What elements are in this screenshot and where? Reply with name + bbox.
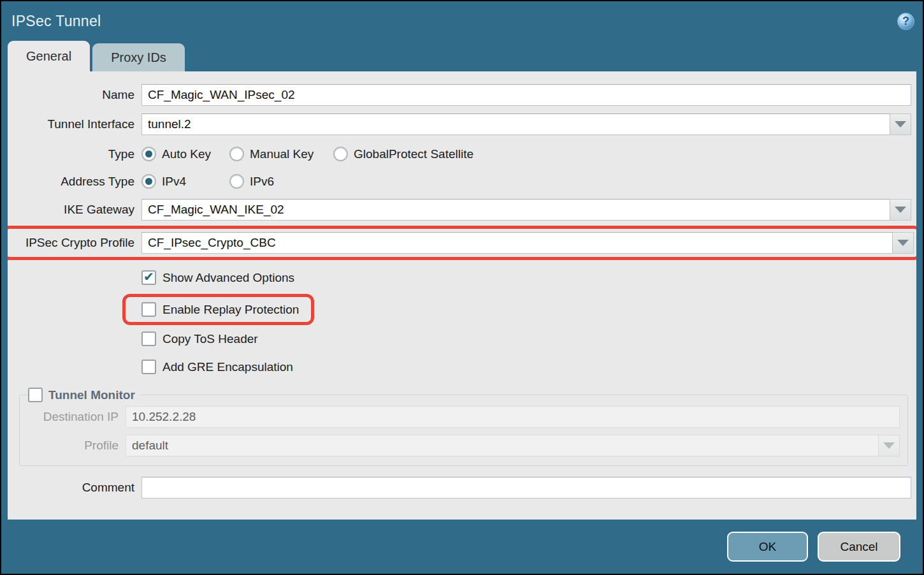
name-label: Name [8,88,134,102]
enable-replay-protection-highlight: Enable Replay Protection [122,294,314,325]
ike-gateway-row: IKE Gateway [8,199,911,221]
tunnel-monitor-legend: Tunnel Monitor [28,388,140,402]
profile-row: Profile [20,435,900,456]
radio-selected-icon[interactable] [141,174,156,189]
comment-row: Comment [8,477,911,499]
dialog-titlebar: IPSec Tunnel ? [1,1,923,41]
ike-gateway-input[interactable] [141,199,890,221]
profile-input [126,435,879,456]
ipsec-crypto-profile-row: IPSec Crypto Profile [8,232,914,254]
general-tab-panel: Name Tunnel Interface Type Auto Key [8,71,916,520]
address-type-row: Address Type IPv4 IPv6 [8,173,911,190]
type-radio-group: Auto Key Manual Key GlobalProtect Satell… [141,147,911,161]
ipsec-tunnel-dialog: IPSec Tunnel ? General Proxy IDs Name Tu… [1,1,923,574]
tab-general[interactable]: General [8,41,90,71]
profile-label: Profile [20,439,119,453]
radio-icon[interactable] [333,147,348,161]
dialog-title: IPSec Tunnel [11,13,101,30]
comment-label: Comment [8,481,134,495]
chevron-down-icon [895,121,906,127]
name-row: Name [8,84,911,106]
ipsec-crypto-profile-label: IPSec Crypto Profile [8,236,134,250]
ike-gateway-label: IKE Gateway [8,203,134,217]
enable-replay-protection-checkbox[interactable] [141,302,156,317]
enable-replay-protection-row[interactable]: Enable Replay Protection [141,302,299,317]
tunnel-monitor-checkbox[interactable] [28,388,43,402]
tunnel-interface-input[interactable] [141,113,890,135]
copy-tos-header-checkbox[interactable] [141,331,156,346]
destination-ip-label: Destination IP [20,410,119,424]
radio-icon[interactable] [229,174,244,189]
radio-selected-icon[interactable] [141,147,156,161]
add-gre-encapsulation-row[interactable]: Add GRE Encapsulation [141,360,911,374]
chevron-down-icon [883,442,895,449]
address-type-option-ipv6[interactable]: IPv6 [229,174,274,189]
tab-bar: General Proxy IDs [1,41,923,71]
ipsec-crypto-profile-highlight: IPSec Crypto Profile [8,226,916,260]
type-option-globalprotect-satellite[interactable]: GlobalProtect Satellite [333,147,473,161]
dialog-footer: OK Cancel [1,520,923,574]
show-advanced-options-row[interactable]: Show Advanced Options [141,270,911,285]
comment-input[interactable] [141,477,911,499]
cancel-button[interactable]: Cancel [818,532,900,562]
radio-icon[interactable] [229,147,244,161]
tunnel-monitor-section: Tunnel Monitor Destination IP Profile [19,388,908,466]
ike-gateway-dropdown-button[interactable] [890,199,911,221]
ipsec-crypto-profile-dropdown-button[interactable] [893,232,914,254]
address-type-radio-group: IPv4 IPv6 [141,174,911,189]
tunnel-interface-label: Tunnel Interface [8,117,134,131]
show-advanced-options-checkbox[interactable] [141,270,156,285]
address-type-label: Address Type [8,175,134,189]
tab-proxy-ids[interactable]: Proxy IDs [92,43,185,71]
help-icon[interactable]: ? [897,13,914,30]
profile-dropdown-button [879,435,900,456]
address-type-option-ipv4[interactable]: IPv4 [141,174,229,189]
add-gre-encapsulation-checkbox[interactable] [141,360,156,374]
chevron-down-icon [895,207,906,213]
tunnel-monitor-title: Tunnel Monitor [48,388,135,402]
type-option-auto-key[interactable]: Auto Key [141,147,229,161]
type-row: Type Auto Key Manual Key GlobalProtect S… [8,145,911,163]
chevron-down-icon [897,240,909,246]
copy-tos-header-row[interactable]: Copy ToS Header [141,331,911,346]
ok-button[interactable]: OK [727,532,808,562]
destination-ip-row: Destination IP [20,406,900,428]
tunnel-interface-dropdown-button[interactable] [890,113,911,135]
type-option-manual-key[interactable]: Manual Key [229,147,333,161]
destination-ip-input [126,406,900,428]
ipsec-crypto-profile-input[interactable] [141,232,893,254]
type-label: Type [8,147,134,161]
name-input[interactable] [141,84,911,106]
tunnel-interface-row: Tunnel Interface [8,113,911,135]
